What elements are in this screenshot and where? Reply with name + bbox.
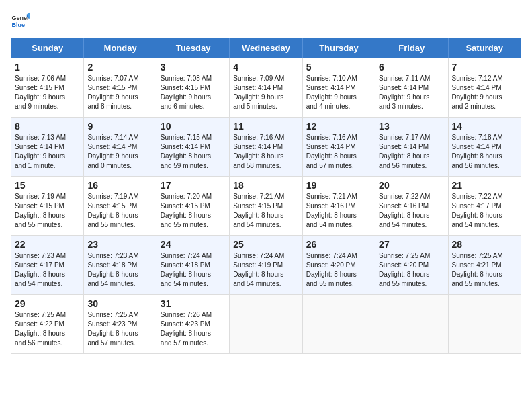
cell-details: Sunrise: 7:25 AM Sunset: 4:22 PM Dayligh… xyxy=(15,310,80,348)
calendar-cell: 28Sunrise: 7:25 AM Sunset: 4:21 PM Dayli… xyxy=(448,236,521,295)
calendar-cell: 14Sunrise: 7:18 AM Sunset: 4:14 PM Dayli… xyxy=(448,118,521,177)
cell-details: Sunrise: 7:10 AM Sunset: 4:14 PM Dayligh… xyxy=(306,74,371,111)
cell-details: Sunrise: 7:25 AM Sunset: 4:21 PM Dayligh… xyxy=(452,251,517,289)
cell-details: Sunrise: 7:11 AM Sunset: 4:14 PM Dayligh… xyxy=(379,74,444,111)
cell-details: Sunrise: 7:15 AM Sunset: 4:14 PM Dayligh… xyxy=(161,133,226,171)
cell-details: Sunrise: 7:21 AM Sunset: 4:16 PM Dayligh… xyxy=(306,192,371,230)
calendar-cell: 4Sunrise: 7:09 AM Sunset: 4:14 PM Daylig… xyxy=(230,58,302,118)
day-number: 22 xyxy=(15,239,80,250)
calendar-cell: 29Sunrise: 7:25 AM Sunset: 4:22 PM Dayli… xyxy=(11,295,84,354)
day-number: 12 xyxy=(306,121,371,132)
cell-details: Sunrise: 7:18 AM Sunset: 4:14 PM Dayligh… xyxy=(452,133,517,171)
calendar-cell: 21Sunrise: 7:22 AM Sunset: 4:17 PM Dayli… xyxy=(448,177,521,236)
cell-details: Sunrise: 7:19 AM Sunset: 4:15 PM Dayligh… xyxy=(87,192,152,230)
calendar-cell xyxy=(375,295,448,354)
calendar-cell: 31Sunrise: 7:26 AM Sunset: 4:23 PM Dayli… xyxy=(157,295,229,354)
calendar-cell: 22Sunrise: 7:23 AM Sunset: 4:17 PM Dayli… xyxy=(11,236,84,295)
cell-details: Sunrise: 7:24 AM Sunset: 4:18 PM Dayligh… xyxy=(161,251,226,289)
col-header-monday: Monday xyxy=(84,38,157,58)
calendar-cell: 6Sunrise: 7:11 AM Sunset: 4:14 PM Daylig… xyxy=(375,58,448,118)
cell-details: Sunrise: 7:12 AM Sunset: 4:14 PM Dayligh… xyxy=(452,74,517,111)
day-number: 1 xyxy=(15,62,80,73)
calendar-cell: 5Sunrise: 7:10 AM Sunset: 4:14 PM Daylig… xyxy=(302,58,375,118)
cell-details: Sunrise: 7:13 AM Sunset: 4:14 PM Dayligh… xyxy=(15,133,80,171)
day-number: 5 xyxy=(306,62,371,73)
col-header-thursday: Thursday xyxy=(302,38,375,58)
cell-details: Sunrise: 7:24 AM Sunset: 4:19 PM Dayligh… xyxy=(233,251,298,289)
day-number: 13 xyxy=(379,121,444,132)
cell-details: Sunrise: 7:08 AM Sunset: 4:15 PM Dayligh… xyxy=(161,74,226,111)
calendar-table: SundayMondayTuesdayWednesdayThursdayFrid… xyxy=(11,38,521,354)
col-header-saturday: Saturday xyxy=(448,38,521,58)
calendar-cell: 24Sunrise: 7:24 AM Sunset: 4:18 PM Dayli… xyxy=(157,236,229,295)
day-number: 31 xyxy=(161,298,226,309)
cell-details: Sunrise: 7:14 AM Sunset: 4:14 PM Dayligh… xyxy=(87,133,152,171)
calendar-cell: 7Sunrise: 7:12 AM Sunset: 4:14 PM Daylig… xyxy=(448,58,521,118)
cell-details: Sunrise: 7:26 AM Sunset: 4:23 PM Dayligh… xyxy=(161,310,226,348)
day-number: 24 xyxy=(161,239,226,250)
cell-details: Sunrise: 7:25 AM Sunset: 4:20 PM Dayligh… xyxy=(379,251,444,289)
calendar-cell xyxy=(448,295,521,354)
day-number: 21 xyxy=(452,180,517,191)
calendar-header: SundayMondayTuesdayWednesdayThursdayFrid… xyxy=(11,38,521,58)
week-row-5: 29Sunrise: 7:25 AM Sunset: 4:22 PM Dayli… xyxy=(11,295,521,354)
day-number: 27 xyxy=(379,239,444,250)
calendar-cell: 30Sunrise: 7:25 AM Sunset: 4:23 PM Dayli… xyxy=(84,295,157,354)
col-header-tuesday: Tuesday xyxy=(157,38,229,58)
logo: General Blue xyxy=(11,11,32,30)
cell-details: Sunrise: 7:22 AM Sunset: 4:16 PM Dayligh… xyxy=(379,192,444,230)
cell-details: Sunrise: 7:24 AM Sunset: 4:20 PM Dayligh… xyxy=(306,251,371,289)
svg-text:Blue: Blue xyxy=(11,21,25,28)
day-number: 11 xyxy=(233,121,298,132)
calendar-cell: 27Sunrise: 7:25 AM Sunset: 4:20 PM Dayli… xyxy=(375,236,448,295)
calendar-cell: 1Sunrise: 7:06 AM Sunset: 4:15 PM Daylig… xyxy=(11,58,84,118)
day-number: 10 xyxy=(161,121,226,132)
day-number: 14 xyxy=(452,121,517,132)
day-number: 9 xyxy=(87,121,152,132)
day-number: 8 xyxy=(15,121,80,132)
calendar-cell xyxy=(302,295,375,354)
calendar-cell: 20Sunrise: 7:22 AM Sunset: 4:16 PM Dayli… xyxy=(375,177,448,236)
cell-details: Sunrise: 7:21 AM Sunset: 4:15 PM Dayligh… xyxy=(233,192,298,230)
calendar-cell: 18Sunrise: 7:21 AM Sunset: 4:15 PM Dayli… xyxy=(230,177,302,236)
day-number: 15 xyxy=(15,180,80,191)
day-number: 17 xyxy=(161,180,226,191)
cell-details: Sunrise: 7:09 AM Sunset: 4:14 PM Dayligh… xyxy=(233,74,298,111)
cell-details: Sunrise: 7:22 AM Sunset: 4:17 PM Dayligh… xyxy=(452,192,517,230)
header-row: SundayMondayTuesdayWednesdayThursdayFrid… xyxy=(11,38,521,58)
calendar-cell: 9Sunrise: 7:14 AM Sunset: 4:14 PM Daylig… xyxy=(84,118,157,177)
cell-details: Sunrise: 7:16 AM Sunset: 4:14 PM Dayligh… xyxy=(233,133,298,171)
day-number: 26 xyxy=(306,239,371,250)
logo-icon: General Blue xyxy=(11,11,30,30)
calendar-cell: 19Sunrise: 7:21 AM Sunset: 4:16 PM Dayli… xyxy=(302,177,375,236)
calendar-body: 1Sunrise: 7:06 AM Sunset: 4:15 PM Daylig… xyxy=(11,58,521,354)
week-row-4: 22Sunrise: 7:23 AM Sunset: 4:17 PM Dayli… xyxy=(11,236,521,295)
calendar-cell: 16Sunrise: 7:19 AM Sunset: 4:15 PM Dayli… xyxy=(84,177,157,236)
day-number: 4 xyxy=(233,62,298,73)
calendar-cell: 17Sunrise: 7:20 AM Sunset: 4:15 PM Dayli… xyxy=(157,177,229,236)
day-number: 6 xyxy=(379,62,444,73)
header: General Blue xyxy=(11,11,521,30)
calendar-cell: 12Sunrise: 7:16 AM Sunset: 4:14 PM Dayli… xyxy=(302,118,375,177)
cell-details: Sunrise: 7:17 AM Sunset: 4:14 PM Dayligh… xyxy=(379,133,444,171)
calendar-cell: 3Sunrise: 7:08 AM Sunset: 4:15 PM Daylig… xyxy=(157,58,229,118)
day-number: 18 xyxy=(233,180,298,191)
day-number: 20 xyxy=(379,180,444,191)
calendar-cell xyxy=(230,295,302,354)
day-number: 30 xyxy=(87,298,152,309)
day-number: 7 xyxy=(452,62,517,73)
calendar-cell: 13Sunrise: 7:17 AM Sunset: 4:14 PM Dayli… xyxy=(375,118,448,177)
calendar-cell: 2Sunrise: 7:07 AM Sunset: 4:15 PM Daylig… xyxy=(84,58,157,118)
cell-details: Sunrise: 7:19 AM Sunset: 4:15 PM Dayligh… xyxy=(15,192,80,230)
week-row-3: 15Sunrise: 7:19 AM Sunset: 4:15 PM Dayli… xyxy=(11,177,521,236)
cell-details: Sunrise: 7:20 AM Sunset: 4:15 PM Dayligh… xyxy=(161,192,226,230)
day-number: 28 xyxy=(452,239,517,250)
day-number: 29 xyxy=(15,298,80,309)
calendar-cell: 11Sunrise: 7:16 AM Sunset: 4:14 PM Dayli… xyxy=(230,118,302,177)
cell-details: Sunrise: 7:16 AM Sunset: 4:14 PM Dayligh… xyxy=(306,133,371,171)
cell-details: Sunrise: 7:23 AM Sunset: 4:17 PM Dayligh… xyxy=(15,251,80,289)
cell-details: Sunrise: 7:25 AM Sunset: 4:23 PM Dayligh… xyxy=(87,310,152,348)
cell-details: Sunrise: 7:06 AM Sunset: 4:15 PM Dayligh… xyxy=(15,74,80,111)
day-number: 23 xyxy=(87,239,152,250)
cell-details: Sunrise: 7:23 AM Sunset: 4:18 PM Dayligh… xyxy=(87,251,152,289)
